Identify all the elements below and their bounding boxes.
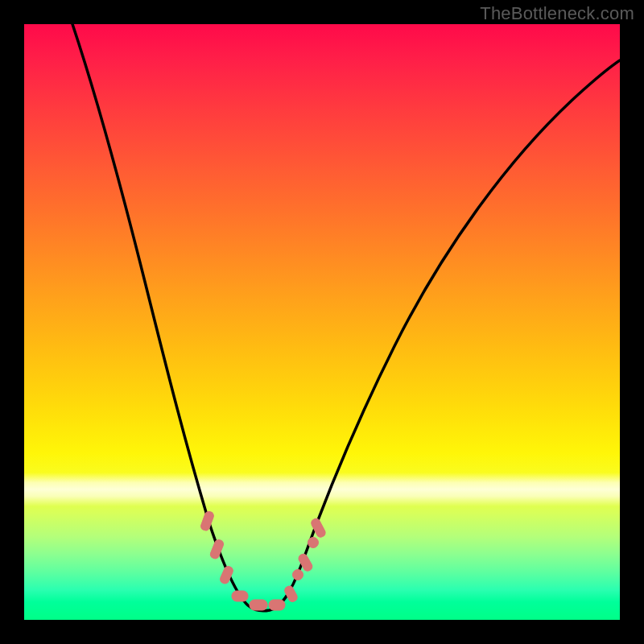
svg-rect-3 bbox=[232, 591, 248, 601]
highlight-markers bbox=[200, 510, 327, 610]
svg-rect-5 bbox=[269, 600, 285, 610]
plot-area bbox=[24, 24, 620, 620]
curve-layer bbox=[24, 24, 620, 620]
watermark-text: TheBottleneck.com bbox=[480, 3, 634, 24]
bottleneck-curve-line bbox=[72, 24, 620, 611]
svg-rect-4 bbox=[250, 600, 267, 610]
svg-rect-6 bbox=[283, 584, 299, 603]
svg-point-7 bbox=[293, 570, 303, 580]
svg-point-9 bbox=[308, 538, 319, 548]
